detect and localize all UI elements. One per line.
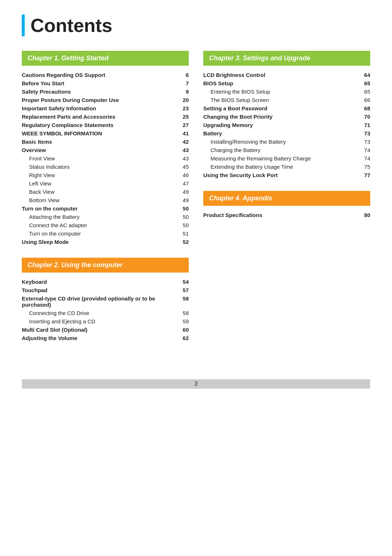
list-item: Bottom View49 [22,196,189,204]
toc-item-page: 74 [362,147,370,153]
list-item: Before You Start7 [22,79,189,87]
toc-item-page: 68 [362,105,370,111]
toc-item-text: Setting a Boot Password [203,105,362,111]
list-item: Attaching the Battery50 [22,213,189,221]
list-item: Right View46 [22,171,189,179]
toc-item-page: 23 [180,105,189,111]
toc-item-text: WEEE SYMBOL INFORMATION [22,130,180,136]
toc-item-page: 54 [180,279,189,285]
list-item: Touchpad57 [22,286,189,294]
list-item: Left View47 [22,179,189,188]
toc-item-text: Connect the AC adapter [22,222,180,228]
list-item: Proper Posture During Computer Use20 [22,96,189,104]
toc-item-page: 80 [362,212,370,218]
toc-item-page: 47 [180,180,189,187]
toc-item-page: 59 [180,318,189,324]
toc-item-text: Upgrading Memory [203,122,362,128]
toc-item-text: Installing/Removing the Battery [203,139,362,145]
chapter1-entries: Cautions Regarding OS Support6Before You… [22,71,189,246]
footer-container: 3 [22,365,370,389]
toc-item-page: 57 [180,287,189,293]
chapter3-section: Chapter 3. Settings and Upgrade LCD Brig… [203,51,370,179]
toc-item-page: 65 [362,80,370,86]
list-item: Changing the Boot Priority70 [203,113,370,121]
chapter2-header: Chapter 2. Using the computer [22,258,189,273]
toc-item-page: 52 [180,239,189,245]
toc-item-page: 66 [362,97,370,103]
toc-item-text: Changing the Boot Priority [203,114,362,120]
toc-item-page: 42 [180,139,189,145]
toc-item-page: 7 [180,80,189,86]
toc-item-page: 58 [180,310,189,316]
list-item: Battery73 [203,129,370,138]
list-item: Important Safety Information23 [22,104,189,113]
toc-item-page: 20 [180,97,189,103]
toc-item-page: 50 [180,205,189,212]
toc-item-text: BIOS Setup [203,80,362,86]
toc-item-page: 64 [362,72,370,78]
list-item: Product Specifications80 [203,211,370,219]
list-item: Status Indicators45 [22,163,189,171]
list-item: Cautions Regarding OS Support6 [22,71,189,79]
chapter3-entries: LCD Brightness Control64BIOS Setup65Ente… [203,71,370,179]
toc-item-page: 41 [180,130,189,136]
list-item: BIOS Setup65 [203,79,370,87]
list-item: Adjusting the Volume62 [22,334,189,342]
toc-item-text: Status Indicators [22,164,180,170]
toc-item-text: Regulatory Compliance Statements [22,122,180,128]
toc-item-text: Entering the BIOS Setup [203,89,362,95]
list-item: Setting a Boot Password68 [203,104,370,113]
toc-item-page: 43 [180,155,189,162]
list-item: Charging the Battery74 [203,146,370,154]
toc-item-page: 27 [180,122,189,128]
toc-item-page: 65 [362,89,370,95]
toc-item-page: 77 [362,172,370,178]
chapter3-header: Chapter 3. Settings and Upgrade [203,51,370,66]
toc-item-page: 49 [180,197,189,203]
toc-item-text: Turn on the computer [22,205,180,212]
right-column: Chapter 3. Settings and Upgrade LCD Brig… [203,51,370,231]
toc-item-text: Connecting the CD Drive [22,310,180,316]
list-item: Basic Items42 [22,138,189,146]
toc-item-page: 70 [362,114,370,120]
list-item: Safety Precautions9 [22,87,189,96]
toc-item-page: 58 [180,295,189,302]
toc-item-text: Basic Items [22,139,180,145]
toc-item-page: 43 [180,147,189,153]
toc-item-text: Proper Posture During Computer Use [22,97,180,103]
toc-item-page: 62 [180,335,189,341]
list-item: Using Sleep Mode52 [22,238,189,246]
toc-item-page: 71 [362,122,370,128]
list-item: External-type CD drive (provided optiona… [22,294,189,309]
chapter4-header: Chapter 4. Appendix [203,191,370,206]
chapter1-section: Chapter 1. Getting Started Cautions Rega… [22,51,189,246]
toc-item-text: External-type CD drive (provided optiona… [22,295,180,308]
list-item: Back View49 [22,188,189,196]
chapter4-section: Chapter 4. Appendix Product Specificatio… [203,191,370,219]
toc-item-text: Extending the Battery Usage Time [203,164,362,170]
list-item: Inserting and Ejecting a CD59 [22,317,189,326]
toc-item-page: 46 [180,172,189,178]
toc-item-page: 73 [362,139,370,145]
list-item: Front View43 [22,154,189,163]
toc-item-text: Using the Security Lock Port [203,172,362,178]
title-accent-bar [22,15,25,36]
toc-item-text: Charging the Battery [203,147,362,153]
toc-item-text: Using Sleep Mode [22,239,180,245]
toc-item-page: 51 [180,230,189,237]
chapter1-header: Chapter 1. Getting Started [22,51,189,66]
list-item: Extending the Battery Usage Time75 [203,163,370,171]
toc-item-page: 75 [362,164,370,170]
list-item: Installing/Removing the Battery73 [203,138,370,146]
toc-item-page: 60 [180,327,189,333]
chapter2-entries: Keyboard54Touchpad57External-type CD dri… [22,278,189,342]
toc-item-page: 45 [180,164,189,170]
toc-item-text: Before You Start [22,80,180,86]
toc-item-text: Keyboard [22,279,180,285]
toc-item-text: Bottom View [22,197,180,203]
toc-layout: Chapter 1. Getting Started Cautions Rega… [22,51,370,354]
toc-item-text: Front View [22,155,180,162]
list-item: Keyboard54 [22,278,189,286]
chapter4-entries: Product Specifications80 [203,211,370,219]
list-item: Turn on the computer51 [22,229,189,238]
